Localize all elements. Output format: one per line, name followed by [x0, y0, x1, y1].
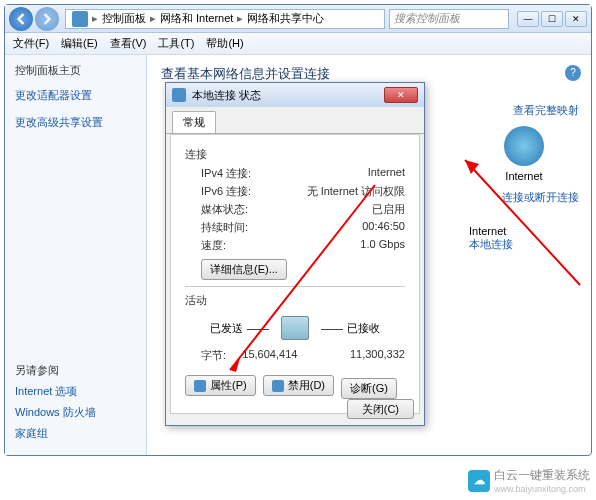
network-icon [172, 88, 186, 102]
page-title: 查看基本网络信息并设置连接 [161, 65, 577, 83]
sidebar-internet-options[interactable]: Internet 选项 [15, 384, 136, 399]
watermark: ☁ 白云一键重装系统 www.baiyunxitong.com [468, 467, 590, 494]
watermark-logo-icon: ☁ [468, 470, 490, 492]
properties-button[interactable]: 属性(P) [185, 375, 256, 396]
speed-value: 1.0 Gbps [360, 238, 405, 253]
link-full-map[interactable]: 查看完整映射 [469, 103, 579, 118]
shield-icon [272, 380, 284, 392]
dialog-titlebar[interactable]: 本地连接 状态 ✕ [166, 83, 424, 107]
window-controls: — ☐ ✕ [515, 11, 587, 27]
network-name: Internet [469, 225, 579, 237]
menu-help[interactable]: 帮助(H) [206, 36, 243, 51]
forward-button[interactable] [35, 7, 59, 31]
dialog-title: 本地连接 状态 [192, 88, 261, 103]
diagnose-button[interactable]: 诊断(G) [341, 378, 397, 399]
menu-tools[interactable]: 工具(T) [158, 36, 194, 51]
active-network: Internet 本地连接 [469, 225, 579, 252]
recv-label: 已接收 [347, 321, 397, 336]
link-local-connection[interactable]: 本地连接 [469, 238, 513, 250]
close-button[interactable]: ✕ [565, 11, 587, 27]
sidebar-change-adapter[interactable]: 更改适配器设置 [15, 88, 136, 103]
watermark-brand: 白云一键重装系统 [494, 467, 590, 484]
menu-file[interactable]: 文件(F) [13, 36, 49, 51]
section-activity: 活动 [185, 293, 405, 308]
titlebar: ▸ 控制面板 ▸ 网络和 Internet ▸ 网络和共享中心 搜索控制面板 —… [5, 5, 591, 33]
crumb-network-internet[interactable]: 网络和 Internet [160, 11, 233, 26]
menu-view[interactable]: 查看(V) [110, 36, 147, 51]
minimize-button[interactable]: — [517, 11, 539, 27]
media-value: 已启用 [372, 202, 405, 217]
section-connection: 连接 [185, 147, 405, 162]
crumb-control-panel[interactable]: 控制面板 [102, 11, 146, 26]
connection-status-dialog: 本地连接 状态 ✕ 常规 连接 IPv4 连接:Internet IPv6 连接… [165, 82, 425, 426]
sent-label: 已发送 [193, 321, 243, 336]
tab-general[interactable]: 常规 [172, 111, 216, 133]
menubar: 文件(F) 编辑(E) 查看(V) 工具(T) 帮助(H) [5, 33, 591, 55]
dialog-close-footer[interactable]: 关闭(C) [347, 399, 414, 419]
sidebar-advanced-sharing[interactable]: 更改高级共享设置 [15, 115, 136, 130]
dialog-body: 连接 IPv4 连接:Internet IPv6 连接:无 Internet 访… [170, 134, 420, 414]
bytes-recv: 11,300,332 [350, 348, 405, 363]
sidebar-homegroup[interactable]: 家庭组 [15, 426, 136, 441]
menu-edit[interactable]: 编辑(E) [61, 36, 98, 51]
help-icon[interactable]: ? [565, 65, 581, 81]
back-button[interactable] [9, 7, 33, 31]
ipv6-value: 无 Internet 访问权限 [307, 184, 405, 199]
maximize-button[interactable]: ☐ [541, 11, 563, 27]
computer-icon [281, 316, 309, 340]
control-panel-icon [72, 11, 88, 27]
link-connect-disconnect[interactable]: 连接或断开连接 [469, 190, 579, 205]
internet-globe-icon [504, 126, 544, 166]
sidebar-home[interactable]: 控制面板主页 [15, 63, 136, 78]
media-label: 媒体状态: [201, 202, 248, 217]
internet-label: Internet [469, 170, 579, 182]
bytes-sent: 15,604,414 [242, 348, 297, 363]
search-input[interactable]: 搜索控制面板 [389, 9, 509, 29]
duration-label: 持续时间: [201, 220, 248, 235]
sidebar-seealso: 另请参阅 [15, 363, 136, 378]
ipv4-value: Internet [368, 166, 405, 181]
sidebar-firewall[interactable]: Windows 防火墙 [15, 405, 136, 420]
dialog-tabs: 常规 [166, 107, 424, 134]
ipv4-label: IPv4 连接: [201, 166, 251, 181]
dialog-close-button[interactable]: ✕ [384, 87, 418, 103]
watermark-url: www.baiyunxitong.com [494, 484, 590, 494]
ipv6-label: IPv6 连接: [201, 184, 251, 199]
activity-graphic: 已发送 —— —— 已接收 [185, 316, 405, 340]
sidebar: 控制面板主页 更改适配器设置 更改高级共享设置 另请参阅 Internet 选项… [5, 55, 147, 455]
shield-icon [194, 380, 206, 392]
duration-value: 00:46:50 [362, 220, 405, 235]
speed-label: 速度: [201, 238, 226, 253]
right-panel: 查看完整映射 Internet 连接或断开连接 Internet 本地连接 [469, 95, 579, 252]
details-button[interactable]: 详细信息(E)... [201, 259, 287, 280]
bytes-label: 字节: [201, 348, 226, 363]
breadcrumb[interactable]: ▸ 控制面板 ▸ 网络和 Internet ▸ 网络和共享中心 [65, 9, 385, 29]
disable-button[interactable]: 禁用(D) [263, 375, 334, 396]
crumb-sharing-center[interactable]: 网络和共享中心 [247, 11, 324, 26]
